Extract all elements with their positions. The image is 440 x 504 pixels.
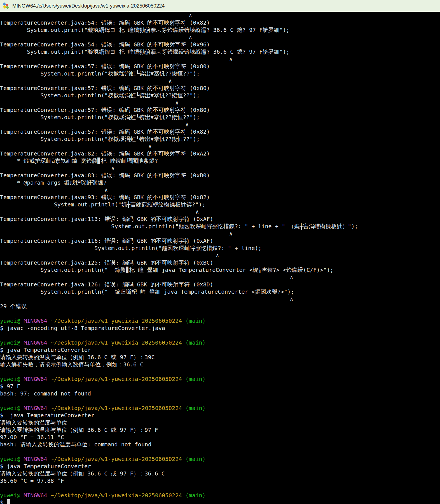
terminal-text: bash: 97: command not found: [0, 390, 91, 397]
terminal-line: $ java TemperatureConverter: [0, 412, 440, 419]
terminal-text-green: yuwei@: [0, 376, 20, 382]
terminal-line: [0, 332, 440, 339]
terminal-text-magenta: MINGW64: [20, 317, 47, 324]
terminal-line: bash: 97: command not found: [0, 390, 440, 397]
terminal-line: TemperatureConverter.java:83: 错误: 编码 GBK…: [0, 172, 440, 179]
terminal-text: ∧: [0, 121, 189, 128]
terminal-text: TemperatureConverter.java:54: 错误: 编码 GBK…: [0, 41, 210, 48]
terminal-line: TemperatureConverter.java:93: 错误: 编码 GBK…: [0, 194, 440, 201]
terminal-line: System.out.println("娓╁害鍊煎繀椤绘槸鏁板瓧锛?");: [0, 201, 440, 208]
terminal-text-magenta: MINGW64: [20, 405, 47, 411]
terminal-text: TemperatureConverter.java:113: 错误: 编码 GB…: [0, 216, 213, 222]
terminal-text-green: (main): [182, 492, 205, 499]
terminal-text: 请输入要转换的温度与单位（例如 36.6 C 或 97 F）：39C: [0, 354, 155, 361]
terminal-text-green: (main): [182, 376, 205, 382]
javac-caret-line: ∧: [0, 77, 440, 84]
terminal-line: System.out.println("鏂囦欢琛屾牸寮忔棤鏁?: " + lin…: [0, 244, 440, 252]
terminal-text-yellow: ~/Desktop/java/w1-yuweixia-202506050224: [47, 456, 182, 462]
terminal-line: 请输入要转换的温度与单位（例如 36.6 C 或 97 F）：36.6 C: [0, 470, 440, 477]
terminal-text: 请输入要转换的温度与单位: [0, 419, 67, 426]
terminal-text: ∧: [0, 77, 172, 84]
terminal-line: TemperatureConverter.java:57: 错误: 编码 GBK…: [0, 128, 440, 135]
terminal-line: [0, 448, 440, 455]
terminal-line: bash: 请输入要转换的温度与单位: command not found: [0, 441, 440, 448]
terminal-line: System.out.println("杈撳叆涓虹┖锛岀▼搴忛??鍑恒??");: [0, 114, 440, 121]
terminal-text: TemperatureConverter.java:57: 错误: 编码 GBK…: [0, 107, 210, 113]
terminal-line: $ 97 F: [0, 383, 440, 390]
terminal-text: TemperatureConverter.java:54: 错误: 编码 GBK…: [0, 19, 210, 26]
javac-caret-line: ∧: [0, 164, 440, 172]
terminal-text: ∧: [0, 296, 293, 302]
terminal-line: TemperatureConverter.java:57: 错误: 编码 GBK…: [0, 63, 440, 70]
terminal-text: $: [0, 499, 7, 504]
terminal-text: ∧: [0, 99, 179, 106]
terminal-text-yellow: ~/Desktop/java/w1-yuweixia-202506050224: [47, 317, 182, 324]
terminal-line: System.out.println("鏂囦欢琛屾牸寮忔棤鏁?: " + lin…: [0, 223, 440, 230]
terminal-text: TemperatureConverter.java:82: 错误: 编码 GBK…: [0, 150, 210, 157]
terminal-output-area[interactable]: ∧TemperatureConverter.java:54: 错误: 编码 GB…: [0, 12, 440, 504]
terminal-text: ∧: [0, 143, 152, 150]
terminal-line: [0, 310, 440, 317]
terminal-text: ∧: [0, 165, 114, 171]
terminal-line: 29 个错误: [0, 303, 440, 310]
terminal-line: [0, 397, 440, 404]
terminal-line: System.out.println("杈撳叆涓虹┖锛岀▼搴忛??鍑恒??");: [0, 70, 440, 77]
terminal-line: TemperatureConverter.java:125: 错误: 编码 GB…: [0, 259, 440, 266]
terminal-text: System.out.print("璇疯緭鍏ヨ 杞 崲鐨勬俯搴︿笌鍗曚綅锛堜緥濡…: [0, 48, 289, 55]
terminal-text: 97.00 °F = 36.11 °C: [0, 434, 64, 441]
terminal-cursor: [7, 499, 10, 504]
terminal-text-yellow: ~/Desktop/java/w1-yuweixia-202506050224: [47, 376, 182, 382]
terminal-text: ∧: [0, 274, 293, 281]
terminal-text: System.out.println("杈撳叆涓虹┖锛岀▼搴忛??鍑恒??");: [0, 114, 200, 121]
terminal-line: TemperatureConverter.java:126: 错误: 编码 GB…: [0, 281, 440, 288]
terminal-line: TemperatureConverter.java:57: 错误: 编码 GBK…: [0, 84, 440, 92]
terminal-line: $: [0, 499, 440, 504]
terminal-text: ∧: [0, 56, 233, 62]
terminal-line: System.out.print("璇疯緭鍏ヨ 杞 崲鐨勬俯搴︿笌鍗曚綅锛堜緥濡…: [0, 48, 440, 55]
terminal-text: TemperatureConverter.java:83: 错误: 编码 GBK…: [0, 172, 210, 179]
terminal-line: TemperatureConverter.java:116: 错误: 编码 GB…: [0, 237, 440, 244]
terminal-text-magenta: MINGW64: [20, 456, 47, 462]
terminal-text-yellow: ~/Desktop/java/w1-yuweixia-202506050224: [47, 339, 182, 346]
terminal-text: 36.60 °C = 97.88 °F: [0, 477, 64, 484]
terminal-line: 36.60 °C = 97.88 °F: [0, 477, 440, 484]
javac-caret-line: ∧: [0, 99, 440, 106]
terminal-line: 97.00 °F = 36.11 °C: [0, 434, 440, 441]
terminal-text: TemperatureConverter.java:93: 错误: 编码 GBK…: [0, 194, 210, 201]
terminal-line: TemperatureConverter.java:113: 错误: 编码 GB…: [0, 215, 440, 223]
terminal-line: * 鍛戒护琛屾ā寮忥細鏀 寔鍗曟▊杞 崲鍜屾壒閲忚浆鎹?: [0, 157, 440, 164]
terminal-line: $ java TemperatureConverter: [0, 463, 440, 470]
terminal-text: 输入解析失败，请按示例输入数值与单位，例如：36.6 C: [0, 361, 143, 368]
terminal-text: System.out.println("鏂囦欢琛屾牸寮忔棤鏁?: " + lin…: [0, 223, 358, 230]
terminal-text-green: yuwei@: [0, 317, 20, 324]
terminal-text: $ javac -encoding utf-8 TemperatureConve…: [0, 325, 165, 331]
terminal-text: ∧: [0, 230, 233, 237]
terminal-text-green: (main): [182, 405, 205, 411]
terminal-line: System.out.println(" 鎵归噺杞 崲 鐢細 java Temp…: [0, 288, 440, 295]
javac-caret-line: ∧: [0, 208, 440, 215]
terminal-line: yuwei@ MINGW64 ~/Desktop/java/w1-yuweixi…: [0, 375, 440, 383]
terminal-text: * 鍛戒护琛屾ā寮忥細鏀 寔鍗曟▊杞 崲鍜屾壒閲忚浆鎹?: [0, 157, 158, 164]
terminal-line: * @param args 鍛戒护琛屽弬鏁?: [0, 179, 440, 186]
javac-caret-line: ∧: [0, 252, 440, 259]
terminal-line: [0, 368, 440, 375]
terminal-text: bash: 请输入要转换的温度与单位: command not found: [0, 441, 151, 448]
terminal-text-green: yuwei@: [0, 339, 20, 346]
terminal-line: $ java TemperatureConverter: [0, 346, 440, 354]
terminal-text-green: yuwei@: [0, 492, 20, 499]
javac-caret-line: ∧: [0, 121, 440, 128]
terminal-text: 请输入要转换的温度与单位（例如 36.6 C 或 97 F）：97 F: [0, 427, 158, 433]
terminal-line: 请输入要转换的温度与单位（例如 36.6 C 或 97 F）：97 F: [0, 426, 440, 434]
window-titlebar[interactable]: MINGW64:/c/Users/yuwei/Desktop/java/w1-y…: [0, 0, 440, 12]
window-title: MINGW64:/c/Users/yuwei/Desktop/java/w1-y…: [12, 3, 165, 9]
javac-caret-line: ∧: [0, 186, 440, 194]
mingw64-app-icon[interactable]: [2, 2, 10, 10]
terminal-text-yellow: ~/Desktop/java/w1-yuweixia-202506050224: [47, 492, 182, 499]
terminal-line: [0, 484, 440, 492]
terminal-line: TemperatureConverter.java:57: 错误: 编码 GBK…: [0, 106, 440, 114]
javac-caret-line: ∧: [0, 274, 440, 281]
terminal-line: System.out.println(" 鍗曟▊杞 崲 鐢細 java Temp…: [0, 266, 440, 274]
terminal-text: 请输入要转换的温度与单位（例如 36.6 C 或 97 F）：36.6 C: [0, 470, 165, 477]
terminal-line: TemperatureConverter.java:54: 错误: 编码 GBK…: [0, 41, 440, 48]
terminal-text: System.out.print("璇疯緭鍏ヨ 杞 崲鐨勬俯搴︿笌鍗曚綅锛堜緥濡…: [0, 27, 289, 33]
